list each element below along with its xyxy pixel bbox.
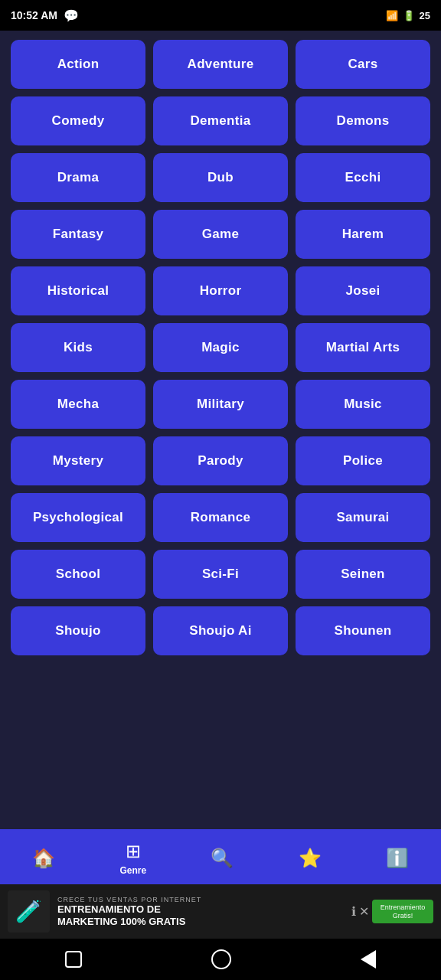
genre-btn-martial-arts[interactable]: Martial Arts bbox=[296, 323, 430, 372]
genre-btn-magic[interactable]: Magic bbox=[153, 323, 288, 372]
search-icon: 🔍 bbox=[211, 848, 234, 869]
genre-btn-seinen[interactable]: Seinen bbox=[296, 550, 430, 599]
genre-btn-adventure[interactable]: Adventure bbox=[153, 40, 288, 89]
ad-banner: 🧪 Crece tus ventas por internet ENTRENAM… bbox=[0, 884, 441, 939]
recents-button[interactable] bbox=[65, 951, 82, 968]
nav-search[interactable]: 🔍 bbox=[211, 848, 234, 869]
genre-label: Genre bbox=[119, 865, 146, 876]
bottom-nav: 🏠 ⊞ Genre 🔍 ⭐ ℹ️ bbox=[0, 829, 441, 884]
genre-btn-military[interactable]: Military bbox=[153, 380, 288, 429]
genre-btn-cars[interactable]: Cars bbox=[296, 40, 430, 89]
genre-btn-psychological[interactable]: Psychological bbox=[11, 493, 145, 542]
ad-title: ENTRENAMIENTO DE MARKETING 100% GRATIS bbox=[57, 903, 344, 927]
whatsapp-icon: 💬 bbox=[64, 8, 79, 23]
genre-btn-mecha[interactable]: Mecha bbox=[11, 380, 145, 429]
genre-btn-kids[interactable]: Kids bbox=[11, 323, 145, 372]
genre-btn-dub[interactable]: Dub bbox=[153, 153, 288, 202]
genre-btn-drama[interactable]: Drama bbox=[11, 153, 145, 202]
nav-home[interactable]: 🏠 bbox=[32, 848, 55, 869]
genre-btn-harem[interactable]: Harem bbox=[296, 210, 430, 259]
genre-grid: ActionAdventureCarsComedyDementiaDemonsD… bbox=[11, 40, 430, 655]
genre-btn-fantasy[interactable]: Fantasy bbox=[11, 210, 145, 259]
home-button[interactable] bbox=[211, 949, 231, 969]
battery-level: 25 bbox=[420, 10, 430, 21]
nav-info[interactable]: ℹ️ bbox=[386, 848, 409, 869]
genre-btn-horror[interactable]: Horror bbox=[153, 266, 288, 315]
genre-btn-comedy[interactable]: Comedy bbox=[11, 96, 145, 145]
genre-btn-shoujo[interactable]: Shoujo bbox=[11, 606, 145, 655]
genre-icon: ⊞ bbox=[126, 841, 141, 862]
genre-btn-romance[interactable]: Romance bbox=[153, 493, 288, 542]
genre-btn-music[interactable]: Music bbox=[296, 380, 430, 429]
back-button[interactable] bbox=[361, 950, 376, 969]
signal-icon: 📶 bbox=[386, 10, 398, 21]
ad-cta-button[interactable]: Entrenamiento Gratis! bbox=[372, 900, 433, 924]
info-icon: ℹ️ bbox=[386, 848, 409, 869]
genre-btn-historical[interactable]: Historical bbox=[11, 266, 145, 315]
star-icon: ⭐ bbox=[299, 848, 322, 869]
genre-btn-parody[interactable]: Parody bbox=[153, 436, 288, 485]
home-icon: 🏠 bbox=[32, 848, 55, 869]
time-display: 10:52 AM bbox=[11, 9, 57, 21]
genre-btn-shoujo-ai[interactable]: Shoujo Ai bbox=[153, 606, 288, 655]
nav-genre[interactable]: ⊞ Genre bbox=[119, 841, 146, 876]
ad-small-text: Crece tus ventas por internet bbox=[57, 896, 344, 903]
battery-icon: 🔋 bbox=[403, 10, 415, 21]
system-nav bbox=[0, 939, 441, 980]
nav-favorites[interactable]: ⭐ bbox=[299, 848, 322, 869]
genre-btn-school[interactable]: School bbox=[11, 550, 145, 599]
genre-btn-dementia[interactable]: Dementia bbox=[153, 96, 288, 145]
genre-btn-ecchi[interactable]: Ecchi bbox=[296, 153, 430, 202]
main-content: ActionAdventureCarsComedyDementiaDemonsD… bbox=[0, 31, 441, 829]
genre-btn-shounen[interactable]: Shounen bbox=[296, 606, 430, 655]
ad-close-button[interactable]: ✕ bbox=[359, 904, 369, 919]
genre-btn-action[interactable]: Action bbox=[11, 40, 145, 89]
ad-text: Crece tus ventas por internet ENTRENAMIE… bbox=[57, 896, 344, 927]
genre-btn-game[interactable]: Game bbox=[153, 210, 288, 259]
ad-info-button[interactable]: ℹ bbox=[351, 904, 356, 919]
genre-btn-demons[interactable]: Demons bbox=[296, 96, 430, 145]
ad-actions: ℹ ✕ Entrenamiento Gratis! bbox=[351, 900, 433, 924]
status-bar: 10:52 AM 💬 📶 🔋 25 bbox=[0, 0, 441, 31]
genre-btn-sci-fi[interactable]: Sci-Fi bbox=[153, 550, 288, 599]
ad-logo: 🧪 bbox=[8, 890, 50, 933]
genre-btn-josei[interactable]: Josei bbox=[296, 266, 430, 315]
genre-btn-samurai[interactable]: Samurai bbox=[296, 493, 430, 542]
genre-btn-mystery[interactable]: Mystery bbox=[11, 436, 145, 485]
genre-btn-police[interactable]: Police bbox=[296, 436, 430, 485]
